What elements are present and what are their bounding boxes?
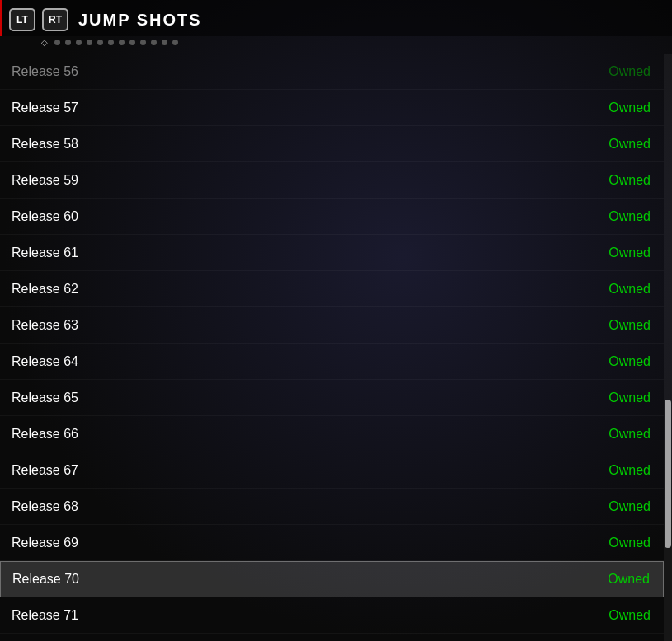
dot-3[interactable] (76, 40, 82, 45)
list-item[interactable]: Release 64Owned (0, 344, 664, 380)
item-status: Owned (609, 463, 651, 478)
item-status: Owned (609, 318, 651, 333)
item-name: Release 67 (12, 463, 78, 478)
list-item[interactable]: Release 62Owned (0, 271, 664, 307)
list-item[interactable]: Release 58Owned (0, 126, 664, 162)
item-name: Release 70 (12, 572, 79, 587)
item-name: Release 63 (12, 318, 78, 333)
item-status: Owned (609, 536, 651, 550)
list-item[interactable]: Release 56Owned (0, 54, 664, 90)
item-status: Owned (609, 391, 651, 405)
item-status: Owned (609, 246, 651, 260)
rt-button[interactable]: RT (42, 8, 68, 31)
item-name: Release 57 (12, 101, 78, 115)
item-name: Release 58 (12, 137, 78, 152)
lt-label: LT (16, 14, 28, 26)
item-status: Owned (609, 209, 651, 224)
dot-7[interactable] (119, 40, 125, 45)
item-name: Release 59 (12, 173, 78, 188)
dot-9[interactable] (140, 40, 146, 45)
list-item[interactable]: Release 70Owned (0, 561, 664, 597)
item-name: Release 68 (12, 499, 78, 514)
item-status: Owned (609, 608, 651, 623)
list-item[interactable]: Release 61Owned (0, 235, 664, 271)
list-item[interactable]: Release 57Owned (0, 90, 664, 126)
scrollbar[interactable] (664, 54, 672, 641)
list-item[interactable]: Release 66Owned (0, 416, 664, 452)
main-container: LT RT JUMP SHOTS ◇ Release 56OwnedReleas… (0, 0, 672, 641)
item-name: Release 56 (12, 64, 78, 79)
list-container: Release 56OwnedRelease 57OwnedRelease 58… (0, 54, 672, 641)
dot-8[interactable] (129, 40, 135, 45)
item-status: Owned (608, 572, 650, 587)
scrollbar-thumb[interactable] (665, 400, 671, 548)
dot-5[interactable] (97, 40, 103, 45)
dots-pagination: ◇ (0, 36, 672, 54)
item-name: Release 60 (12, 209, 78, 224)
list-item[interactable]: Release 67Owned (0, 452, 664, 489)
dot-6[interactable] (108, 40, 114, 45)
item-list: Release 56OwnedRelease 57OwnedRelease 58… (0, 54, 664, 641)
item-status: Owned (609, 427, 651, 442)
item-name: Release 64 (12, 354, 78, 369)
list-item[interactable]: Release 63Owned (0, 307, 664, 344)
item-status: Owned (609, 354, 651, 369)
page-title: JUMP SHOTS (78, 11, 202, 30)
item-name: Release 66 (12, 427, 78, 442)
dot-10[interactable] (151, 40, 157, 45)
item-name: Release 61 (12, 246, 78, 260)
item-name: Release 69 (12, 536, 78, 550)
dot-4[interactable] (87, 40, 92, 45)
item-status: Owned (609, 64, 651, 79)
list-item[interactable]: Release 68Owned (0, 489, 664, 525)
list-item[interactable]: Release 60Owned (0, 199, 664, 235)
dot-12[interactable] (172, 40, 178, 45)
item-status: Owned (609, 137, 651, 152)
list-item[interactable]: Release 71Owned (0, 597, 664, 634)
item-status: Owned (609, 173, 651, 188)
list-item[interactable]: Release 59Owned (0, 162, 664, 199)
item-name: Release 71 (12, 608, 78, 623)
dot-11[interactable] (162, 40, 167, 45)
item-status: Owned (609, 101, 651, 115)
item-name: Release 65 (12, 391, 78, 405)
rt-label: RT (49, 14, 62, 26)
header: LT RT JUMP SHOTS (0, 0, 672, 36)
item-status: Owned (609, 282, 651, 297)
list-item[interactable]: Release 65Owned (0, 380, 664, 416)
list-item[interactable]: Release 69Owned (0, 525, 664, 561)
item-status: Owned (609, 499, 651, 514)
dot-1[interactable] (54, 40, 60, 45)
dot-2[interactable] (65, 40, 71, 45)
item-name: Release 62 (12, 282, 78, 297)
lt-button[interactable]: LT (9, 8, 35, 31)
